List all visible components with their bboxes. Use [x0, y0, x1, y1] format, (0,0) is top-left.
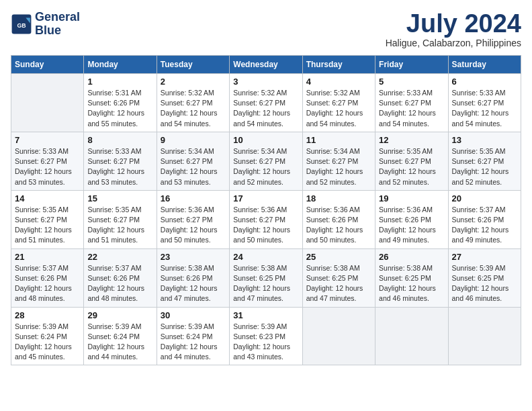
calendar-cell: 31Sunrise: 5:39 AM Sunset: 6:23 PM Dayli… — [230, 307, 302, 365]
day-number: 23 — [161, 252, 226, 262]
day-number: 24 — [233, 252, 298, 262]
calendar-cell: 27Sunrise: 5:39 AM Sunset: 6:25 PM Dayli… — [448, 248, 521, 307]
calendar-table: SundayMondayTuesdayWednesdayThursdayFrid… — [11, 55, 521, 365]
day-info: Sunrise: 5:38 AM Sunset: 6:25 PM Dayligh… — [379, 263, 444, 304]
calendar-cell — [375, 307, 448, 365]
day-number: 10 — [233, 135, 298, 145]
day-info: Sunrise: 5:35 AM Sunset: 6:27 PM Dayligh… — [379, 146, 444, 187]
day-number: 30 — [161, 310, 226, 320]
calendar-cell — [448, 307, 521, 365]
weekday-header-cell: Thursday — [302, 56, 375, 74]
header: GB General Blue July 2024 Haligue, Calab… — [11, 11, 521, 48]
calendar-cell — [302, 307, 375, 365]
calendar-cell: 7Sunrise: 5:33 AM Sunset: 6:27 PM Daylig… — [11, 132, 84, 190]
calendar-cell: 15Sunrise: 5:35 AM Sunset: 6:27 PM Dayli… — [84, 190, 157, 248]
day-number: 9 — [161, 135, 226, 145]
calendar-cell: 10Sunrise: 5:34 AM Sunset: 6:27 PM Dayli… — [230, 132, 302, 190]
day-info: Sunrise: 5:32 AM Sunset: 6:27 PM Dayligh… — [306, 88, 371, 129]
day-info: Sunrise: 5:32 AM Sunset: 6:27 PM Dayligh… — [233, 88, 298, 129]
day-number: 19 — [379, 193, 444, 203]
day-number: 16 — [161, 193, 226, 203]
day-number: 13 — [452, 135, 517, 145]
logo-icon: GB — [11, 13, 32, 35]
calendar-cell: 21Sunrise: 5:37 AM Sunset: 6:26 PM Dayli… — [11, 248, 84, 307]
calendar-week-row: 21Sunrise: 5:37 AM Sunset: 6:26 PM Dayli… — [11, 248, 521, 307]
day-info: Sunrise: 5:36 AM Sunset: 6:26 PM Dayligh… — [306, 205, 371, 246]
day-info: Sunrise: 5:37 AM Sunset: 6:26 PM Dayligh… — [87, 263, 152, 304]
calendar-cell: 30Sunrise: 5:39 AM Sunset: 6:24 PM Dayli… — [157, 307, 229, 365]
weekday-header-cell: Wednesday — [230, 56, 302, 74]
calendar-cell: 25Sunrise: 5:38 AM Sunset: 6:25 PM Dayli… — [302, 248, 375, 307]
calendar-cell: 26Sunrise: 5:38 AM Sunset: 6:25 PM Dayli… — [375, 248, 448, 307]
day-info: Sunrise: 5:34 AM Sunset: 6:27 PM Dayligh… — [233, 146, 298, 187]
calendar-cell: 23Sunrise: 5:38 AM Sunset: 6:26 PM Dayli… — [157, 248, 229, 307]
day-number: 22 — [87, 252, 152, 262]
day-info: Sunrise: 5:33 AM Sunset: 6:27 PM Dayligh… — [15, 146, 80, 187]
day-info: Sunrise: 5:33 AM Sunset: 6:27 PM Dayligh… — [379, 88, 444, 129]
day-info: Sunrise: 5:38 AM Sunset: 6:25 PM Dayligh… — [233, 263, 298, 304]
day-number: 8 — [87, 135, 152, 145]
calendar-cell: 6Sunrise: 5:33 AM Sunset: 6:27 PM Daylig… — [448, 74, 521, 132]
day-number: 11 — [306, 135, 371, 145]
day-number: 20 — [452, 193, 517, 203]
day-info: Sunrise: 5:35 AM Sunset: 6:27 PM Dayligh… — [87, 205, 152, 246]
day-number: 14 — [15, 193, 80, 203]
calendar-cell: 24Sunrise: 5:38 AM Sunset: 6:25 PM Dayli… — [230, 248, 302, 307]
weekday-header-cell: Sunday — [11, 56, 84, 74]
weekday-header-cell: Friday — [375, 56, 448, 74]
day-number: 29 — [87, 310, 152, 320]
calendar-week-row: 1Sunrise: 5:31 AM Sunset: 6:26 PM Daylig… — [11, 74, 521, 132]
day-number: 6 — [452, 77, 517, 87]
day-number: 5 — [379, 77, 444, 87]
day-info: Sunrise: 5:37 AM Sunset: 6:26 PM Dayligh… — [15, 263, 80, 304]
logo-text: General Blue — [35, 11, 80, 38]
calendar-cell: 5Sunrise: 5:33 AM Sunset: 6:27 PM Daylig… — [375, 74, 448, 132]
calendar-cell: 12Sunrise: 5:35 AM Sunset: 6:27 PM Dayli… — [375, 132, 448, 190]
day-info: Sunrise: 5:38 AM Sunset: 6:25 PM Dayligh… — [306, 263, 371, 304]
day-number: 2 — [161, 77, 226, 87]
calendar-cell: 16Sunrise: 5:36 AM Sunset: 6:27 PM Dayli… — [157, 190, 229, 248]
logo-line1: General — [35, 11, 80, 24]
calendar-cell: 18Sunrise: 5:36 AM Sunset: 6:26 PM Dayli… — [302, 190, 375, 248]
weekday-header-cell: Monday — [84, 56, 157, 74]
day-number: 4 — [306, 77, 371, 87]
calendar-week-row: 14Sunrise: 5:35 AM Sunset: 6:27 PM Dayli… — [11, 190, 521, 248]
day-number: 3 — [233, 77, 298, 87]
day-info: Sunrise: 5:31 AM Sunset: 6:26 PM Dayligh… — [87, 88, 152, 129]
day-info: Sunrise: 5:39 AM Sunset: 6:24 PM Dayligh… — [161, 322, 226, 363]
day-info: Sunrise: 5:33 AM Sunset: 6:27 PM Dayligh… — [452, 88, 517, 129]
location: Haligue, Calabarzon, Philippines — [386, 38, 521, 48]
title-block: July 2024 Haligue, Calabarzon, Philippin… — [386, 11, 521, 48]
calendar-body: 1Sunrise: 5:31 AM Sunset: 6:26 PM Daylig… — [11, 74, 521, 365]
weekday-header-row: SundayMondayTuesdayWednesdayThursdayFrid… — [11, 56, 521, 74]
calendar-cell: 14Sunrise: 5:35 AM Sunset: 6:27 PM Dayli… — [11, 190, 84, 248]
day-info: Sunrise: 5:32 AM Sunset: 6:27 PM Dayligh… — [161, 88, 226, 129]
day-info: Sunrise: 5:36 AM Sunset: 6:26 PM Dayligh… — [379, 205, 444, 246]
calendar-cell: 4Sunrise: 5:32 AM Sunset: 6:27 PM Daylig… — [302, 74, 375, 132]
day-number: 21 — [15, 252, 80, 262]
calendar-cell: 1Sunrise: 5:31 AM Sunset: 6:26 PM Daylig… — [84, 74, 157, 132]
day-info: Sunrise: 5:36 AM Sunset: 6:27 PM Dayligh… — [161, 205, 226, 246]
day-number: 1 — [87, 77, 152, 87]
calendar-cell: 11Sunrise: 5:34 AM Sunset: 6:27 PM Dayli… — [302, 132, 375, 190]
day-number: 25 — [306, 252, 371, 262]
day-info: Sunrise: 5:37 AM Sunset: 6:26 PM Dayligh… — [452, 205, 517, 246]
day-number: 28 — [15, 310, 80, 320]
calendar-cell: 28Sunrise: 5:39 AM Sunset: 6:24 PM Dayli… — [11, 307, 84, 365]
day-info: Sunrise: 5:34 AM Sunset: 6:27 PM Dayligh… — [161, 146, 226, 187]
calendar-week-row: 7Sunrise: 5:33 AM Sunset: 6:27 PM Daylig… — [11, 132, 521, 190]
day-number: 18 — [306, 193, 371, 203]
day-info: Sunrise: 5:39 AM Sunset: 6:23 PM Dayligh… — [233, 322, 298, 363]
logo-line2: Blue — [35, 24, 80, 38]
day-number: 7 — [15, 135, 80, 145]
calendar-cell: 9Sunrise: 5:34 AM Sunset: 6:27 PM Daylig… — [157, 132, 229, 190]
calendar-cell: 29Sunrise: 5:39 AM Sunset: 6:24 PM Dayli… — [84, 307, 157, 365]
calendar-week-row: 28Sunrise: 5:39 AM Sunset: 6:24 PM Dayli… — [11, 307, 521, 365]
calendar-cell: 3Sunrise: 5:32 AM Sunset: 6:27 PM Daylig… — [230, 74, 302, 132]
weekday-header-cell: Tuesday — [157, 56, 229, 74]
calendar-cell: 20Sunrise: 5:37 AM Sunset: 6:26 PM Dayli… — [448, 190, 521, 248]
calendar-cell: 17Sunrise: 5:36 AM Sunset: 6:27 PM Dayli… — [230, 190, 302, 248]
svg-text:GB: GB — [17, 22, 26, 29]
calendar-cell — [11, 74, 84, 132]
calendar-cell: 22Sunrise: 5:37 AM Sunset: 6:26 PM Dayli… — [84, 248, 157, 307]
